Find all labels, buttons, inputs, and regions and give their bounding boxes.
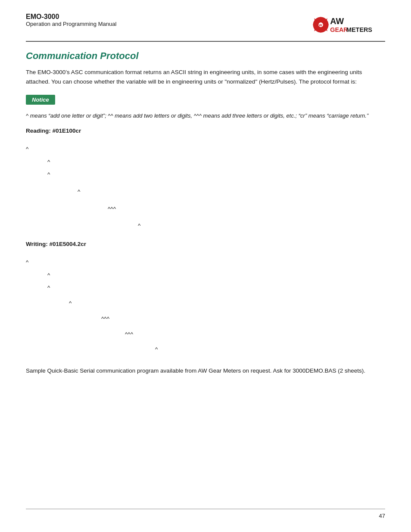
caret-line: ^ xyxy=(26,297,385,310)
caret-line: ^ xyxy=(26,219,385,232)
intro-paragraph: The EMO-3000’s ASC communication format … xyxy=(26,68,385,86)
page-number: 47 xyxy=(379,513,385,519)
subtitle-label: Operation and Programming Manual xyxy=(26,21,116,27)
svg-text:AW: AW xyxy=(330,16,344,26)
caret-line: ^ xyxy=(26,168,385,181)
caret-line: ^ xyxy=(26,343,385,356)
caret-line: ^^^ xyxy=(26,328,385,341)
page: EMO-3000 Operation and Programming Manua… xyxy=(0,0,411,532)
caret-line: ^ xyxy=(26,256,385,269)
section-title: Communication Protocol xyxy=(26,50,385,62)
sample-text: Sample Quick-Basic Serial communication … xyxy=(26,366,385,376)
caret-line: ^ xyxy=(26,185,385,198)
caret-line: ^^^ xyxy=(26,202,385,215)
header-left: EMO-3000 Operation and Programming Manua… xyxy=(26,13,116,27)
notice-container: Notice xyxy=(26,95,385,108)
model-label: EMO-3000 xyxy=(26,13,116,21)
page-footer: 47 xyxy=(26,509,385,519)
writing-label: Writing: #01E5004.2cr xyxy=(26,241,385,247)
svg-text:W: W xyxy=(319,23,322,27)
caret-line: ^ xyxy=(26,156,385,168)
notice-text: ^ means “add one letter or digit”; ^^ me… xyxy=(26,112,385,121)
caret-line: ^ xyxy=(26,281,385,294)
svg-text:METERS: METERS xyxy=(346,26,372,33)
reading-label: Reading: #01E100cr xyxy=(26,128,385,134)
caret-line: ^ xyxy=(26,269,385,282)
caret-line: ^^^ xyxy=(26,312,385,325)
aw-gear-meters-logo: W AW GEAR METERS xyxy=(308,13,385,37)
notice-badge: Notice xyxy=(26,95,55,105)
logo-container: W AW GEAR METERS xyxy=(308,13,385,37)
caret-line: ^ xyxy=(26,143,385,156)
reading-caret-diagram: ^ ^ ^ ^ ^^^ ^ xyxy=(26,143,385,232)
svg-text:GEAR: GEAR xyxy=(330,26,348,33)
writing-caret-diagram: ^ ^ ^ ^ ^^^ ^^^ ^ xyxy=(26,256,385,356)
page-header: EMO-3000 Operation and Programming Manua… xyxy=(26,13,385,42)
